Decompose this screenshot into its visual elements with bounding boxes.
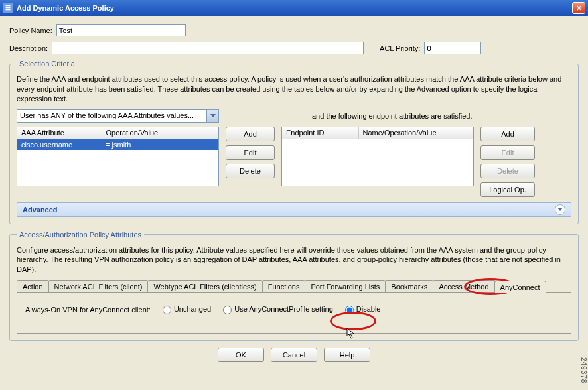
policy-name-label: Policy Name:	[9, 27, 52, 34]
aaa-delete-button[interactable]: Delete	[226, 164, 275, 178]
window-title: Add Dynamic Access Policy	[17, 4, 572, 12]
radio-profile[interactable]: Use AnyConnectProfile setting	[223, 305, 333, 314]
selection-text: Define the AAA and endpoint attributes u…	[17, 74, 571, 104]
tab-functions[interactable]: Functions	[262, 280, 306, 292]
aaa-add-button[interactable]: Add	[226, 127, 275, 141]
titlebar: ☰ Add Dynamic Access Policy ✕	[0, 0, 588, 16]
aaa-match-dropdown[interactable]: User has ANY of the following AAA Attrib…	[17, 109, 219, 123]
radio-disable[interactable]: Disable	[345, 305, 381, 314]
help-button[interactable]: Help	[324, 348, 370, 362]
tab-bookmarks[interactable]: Bookmarks	[385, 280, 433, 292]
logical-op-button[interactable]: Logical Op.	[480, 182, 535, 197]
chevron-down-icon[interactable]	[207, 109, 219, 123]
endpoint-note: and the following endpoint attributes ar…	[312, 112, 473, 120]
acl-priority-label: ACL Priority:	[380, 44, 420, 52]
tab-port-forwarding[interactable]: Port Forwarding Lists	[305, 280, 386, 292]
aaa-col-op: Operation/Value	[102, 127, 218, 139]
table-row[interactable]: cisco.username = jsmith	[17, 139, 218, 151]
endpoint-delete-button[interactable]: Delete	[480, 164, 535, 178]
tab-webtype-acl[interactable]: Webtype ACL Filters (clientless)	[147, 280, 262, 292]
policy-name-input[interactable]	[56, 24, 186, 36]
advanced-toggle[interactable]: Advanced	[17, 202, 571, 217]
aaa-col-attr: AAA Attribute	[17, 127, 102, 139]
endpoint-col-op: Name/Operation/Value	[358, 127, 473, 139]
close-icon[interactable]: ✕	[572, 2, 585, 14]
selection-legend: Selection Criteria	[17, 60, 78, 68]
access-text: Configure access/authorization attribute…	[17, 245, 571, 275]
selection-criteria-group: Selection Criteria Define the AAA and en…	[9, 60, 579, 224]
acl-priority-input[interactable]	[424, 42, 481, 54]
app-icon: ☰	[3, 3, 13, 13]
endpoint-col-id: Endpoint ID	[282, 127, 358, 139]
access-legend: Access/Authorization Policy Attributes	[17, 231, 144, 239]
description-input[interactable]	[52, 42, 364, 54]
endpoint-add-button[interactable]: Add	[480, 127, 535, 141]
access-policy-group: Access/Authorization Policy Attributes C…	[9, 231, 579, 341]
tab-access-method[interactable]: Access Method	[433, 280, 494, 292]
aaa-edit-button[interactable]: Edit	[226, 145, 275, 160]
endpoint-table[interactable]: Endpoint ID Name/Operation/Value	[281, 127, 474, 186]
policy-tabs: Action Network ACL Filters (client) Webt…	[17, 280, 571, 293]
tab-anyconnect[interactable]: AnyConnect	[494, 281, 546, 293]
cancel-button[interactable]: Cancel	[271, 348, 317, 362]
always-on-label: Always-On VPN for AnyConnect client:	[25, 306, 151, 314]
figure-id: 249378	[580, 358, 587, 383]
tab-action[interactable]: Action	[17, 280, 49, 292]
radio-unchanged[interactable]: Unchanged	[163, 305, 211, 314]
chevron-down-icon[interactable]	[555, 204, 565, 215]
aaa-table[interactable]: AAA Attribute Operation/Value cisco.user…	[17, 127, 219, 186]
ok-button[interactable]: OK	[218, 348, 264, 362]
tab-network-acl[interactable]: Network ACL Filters (client)	[48, 280, 149, 292]
description-label: Description:	[9, 44, 48, 52]
tab-content: Always-On VPN for AnyConnect client: Unc…	[17, 293, 571, 334]
endpoint-edit-button[interactable]: Edit	[480, 145, 535, 160]
